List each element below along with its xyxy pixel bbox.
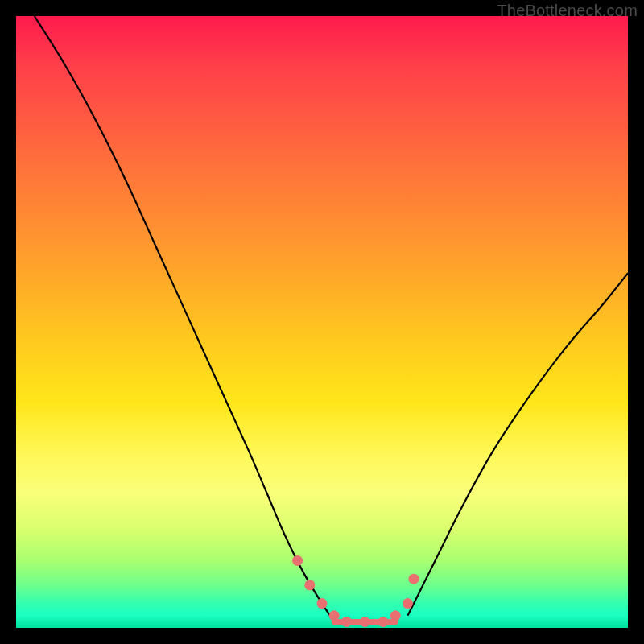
bottleneck-marker	[409, 574, 419, 584]
bottleneck-marker	[292, 555, 303, 566]
bottleneck-marker	[341, 617, 352, 627]
bottleneck-marker	[329, 610, 340, 621]
chart-frame: TheBottleneck.com	[0, 0, 644, 644]
bottleneck-marker	[304, 580, 315, 590]
bottleneck-markers	[292, 555, 419, 627]
bottleneck-marker	[378, 617, 389, 627]
bottleneck-marker	[317, 598, 328, 609]
bottleneck-marker	[390, 610, 401, 621]
bottleneck-marker	[360, 617, 370, 627]
left-curve	[35, 16, 334, 621]
bottleneck-marker	[402, 598, 413, 609]
chart-svg	[16, 16, 628, 628]
right-curve	[407, 273, 628, 616]
